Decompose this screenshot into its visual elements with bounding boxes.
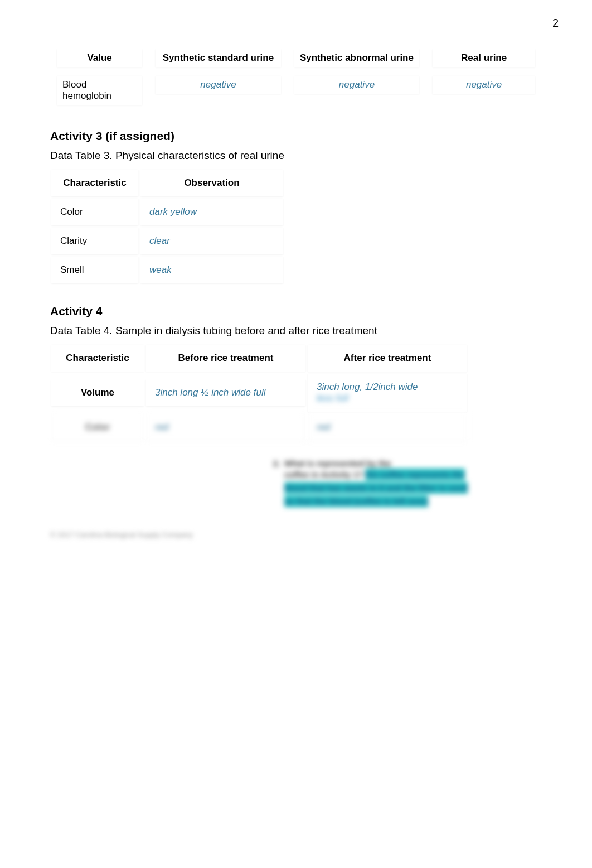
table-urine-values: Value Synthetic standard urine Synthetic…	[50, 45, 542, 109]
table-row-blurred: Color red red	[50, 413, 468, 442]
table-row: Blood hemoglobin negative negative negat…	[50, 71, 542, 109]
table3: Characteristic Observation Color dark ye…	[50, 168, 284, 284]
t3-row-smell-label: Smell	[51, 257, 138, 283]
t1-header-synthetic-standard: Synthetic standard urine	[156, 49, 281, 67]
question-answer: coffee in Activity 1? the coffee represe…	[284, 468, 479, 508]
activity4-heading: Activity 4	[50, 305, 542, 318]
t4-header-after: After rice treatment	[308, 345, 467, 372]
t4-row2-after: red	[308, 414, 467, 441]
table-row: Smell weak	[50, 255, 284, 284]
t1-header-real: Real urine	[433, 49, 535, 67]
t3-row-color-value: dark yellow	[140, 199, 283, 225]
question-first-line: What is represented by the	[284, 459, 479, 468]
table4-caption: Data Table 4. Sample in dialysis tubing …	[50, 325, 542, 337]
t3-row-smell-value: weak	[140, 257, 283, 283]
t1-header-synthetic-abnormal: Synthetic abnormal urine	[294, 49, 420, 67]
table-row: Color dark yellow	[50, 197, 284, 226]
table4: Characteristic Before rice treatment Aft…	[50, 344, 468, 442]
t1-val-abnormal: negative	[294, 76, 420, 94]
activity3-heading: Activity 3 (if assigned)	[50, 129, 542, 143]
t1-row-label: Blood hemoglobin	[57, 76, 142, 105]
t4-row2-before: red	[146, 414, 305, 441]
t4-row-volume-after: 3inch long, 1/2inch wideless full	[308, 374, 467, 412]
table3-caption: Data Table 3. Physical characteristics o…	[50, 150, 542, 162]
t4-header-before: Before rice treatment	[146, 345, 305, 372]
t4-row2-label: Color	[51, 414, 144, 441]
table-row: Clarity clear	[50, 226, 284, 255]
page-number: 2	[552, 17, 559, 30]
table-row: Volume 3inch long ½ inch wide full 3inch…	[50, 373, 468, 413]
t3-row-clarity-label: Clarity	[51, 228, 138, 254]
t4-row-volume-before: 3inch long ½ inch wide full	[146, 379, 305, 406]
t4-header-characteristic: Characteristic	[51, 345, 144, 372]
question-block: 2. What is represented by the coffee in …	[284, 459, 479, 508]
t3-header-characteristic: Characteristic	[51, 170, 138, 196]
t3-row-color-label: Color	[51, 199, 138, 225]
t4-row-volume-label: Volume	[51, 379, 144, 406]
t3-row-clarity-value: clear	[140, 228, 283, 254]
t1-header-value: Value	[57, 49, 142, 67]
t1-val-standard: negative	[156, 76, 281, 94]
t1-val-real: negative	[433, 76, 535, 94]
question-number: 2.	[273, 459, 280, 468]
copyright: © 2017 Carolina Biological Supply Compan…	[50, 531, 542, 539]
t3-header-observation: Observation	[140, 170, 283, 196]
